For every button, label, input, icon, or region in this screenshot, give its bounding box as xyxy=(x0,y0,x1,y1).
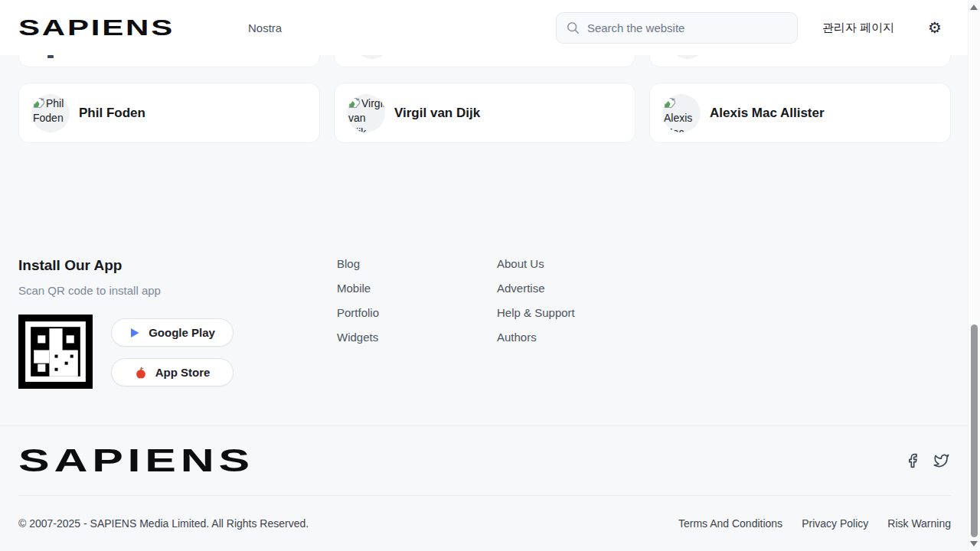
footer-link-about-us[interactable]: About Us xyxy=(497,258,575,270)
twitter-icon[interactable] xyxy=(933,453,949,468)
footer-link-mobile[interactable]: Mobile xyxy=(337,282,379,295)
player-card-alexis-mac-allister[interactable]: Alexis Mac Allister Alexis Mac Allister xyxy=(649,83,951,143)
qr-code-image xyxy=(18,315,93,389)
avatar-alt-text: Alexis Mac Allister xyxy=(664,112,696,132)
install-app-title: Install Our App xyxy=(18,257,234,274)
player-cards-row: Phil Foden Phil Foden Virgil van Dijk Vi… xyxy=(18,83,951,143)
footer-link-help-support[interactable]: Help & Support xyxy=(497,307,575,319)
clipped-avatar-text-fragment xyxy=(47,55,54,58)
social-links xyxy=(905,453,949,468)
search-input[interactable] xyxy=(587,21,787,34)
broken-image-icon xyxy=(33,97,45,109)
avatar: Alexis Mac Allister xyxy=(662,94,701,132)
gear-icon[interactable]: ⚙ xyxy=(928,20,942,35)
avatar: Virgil van Dijk xyxy=(347,94,385,132)
footer-link-widgets[interactable]: Widgets xyxy=(337,331,379,344)
avatar: Phil Foden xyxy=(31,94,70,132)
google-play-label: Google Play xyxy=(149,326,215,339)
header: SAPIENS Nostra 관리자 페이지 ⚙ xyxy=(0,0,968,55)
player-name: Virgil van Dijk xyxy=(394,106,480,121)
bottom-bar: © 2007-2025 - SAPIENS Media Limited. All… xyxy=(18,495,951,551)
copyright-text: © 2007-2025 - SAPIENS Media Limited. All… xyxy=(18,517,309,530)
footer-link-advertise[interactable]: Advertise xyxy=(497,282,575,295)
sapiens-logo[interactable]: SAPIENS xyxy=(18,15,175,41)
install-app-subtitle: Scan QR code to install app xyxy=(18,284,234,297)
player-name: Phil Foden xyxy=(79,106,145,121)
app-store-label: App Store xyxy=(155,366,211,379)
sapiens-footer-logo[interactable]: SAPIENS xyxy=(18,442,254,479)
risk-warning-link[interactable]: Risk Warning xyxy=(887,517,951,530)
privacy-policy-link[interactable]: Privacy Policy xyxy=(802,517,868,530)
brand-suffix: Nostra xyxy=(248,21,282,34)
search-box xyxy=(556,12,798,44)
scrollbar[interactable] xyxy=(968,0,980,551)
google-play-button[interactable]: Google Play xyxy=(111,318,234,347)
apple-icon xyxy=(135,367,147,379)
footer-brand-section: SAPIENS xyxy=(0,425,968,495)
scroll-down-icon[interactable] xyxy=(970,541,978,546)
scrollbar-thumb[interactable] xyxy=(971,324,978,537)
install-app-section: Install Our App Scan QR code to install … xyxy=(18,257,234,389)
footer-links-column-2: About Us Advertise Help & Support Author… xyxy=(497,258,575,344)
app-store-button[interactable]: App Store xyxy=(111,358,234,386)
terms-link[interactable]: Terms And Conditions xyxy=(678,517,782,530)
logo-wrap: SAPIENS xyxy=(18,15,230,41)
footer-link-authors[interactable]: Authors xyxy=(497,331,575,344)
player-card-virgil-van-dijk[interactable]: Virgil van Dijk Virgil van Dijk xyxy=(334,83,635,143)
broken-image-icon xyxy=(664,97,676,109)
footer-link-portfolio[interactable]: Portfolio xyxy=(337,307,379,319)
broken-image-icon xyxy=(348,97,361,109)
footer-links-column-1: Blog Mobile Portfolio Widgets xyxy=(337,258,379,344)
footer-link-blog[interactable]: Blog xyxy=(337,258,379,270)
search-icon xyxy=(567,21,580,34)
page: Phil Foden Phil Foden Virgil van Dijk Vi… xyxy=(0,0,980,551)
scroll-up-icon[interactable] xyxy=(970,5,978,10)
player-name: Alexis Mac Allister xyxy=(710,106,825,121)
facebook-icon[interactable] xyxy=(905,453,920,468)
legal-links: Terms And Conditions Privacy Policy Risk… xyxy=(678,517,951,530)
play-triangle-icon xyxy=(129,328,140,338)
player-card-phil-foden[interactable]: Phil Foden Phil Foden xyxy=(18,83,320,143)
admin-page-link[interactable]: 관리자 페이지 xyxy=(822,21,894,35)
